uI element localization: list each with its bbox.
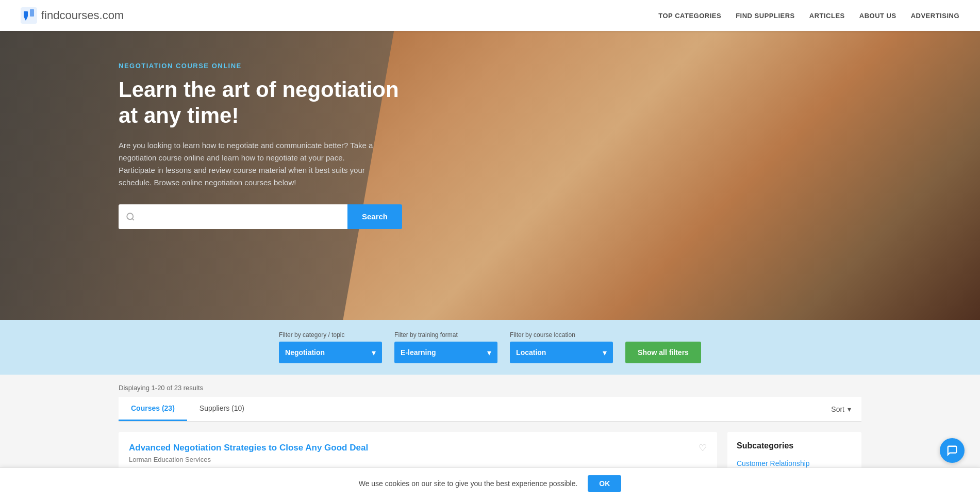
nav-top-categories[interactable]: TOP CATEGORIES [658,12,721,20]
course-provider: Lorman Education Services [129,456,707,463]
sort-button[interactable]: Sort ▾ [821,398,861,421]
nav-advertising[interactable]: ADVERTISING [911,12,959,20]
hero-content: NEGOTIATION COURSE ONLINE Learn the art … [0,31,402,229]
course-title-link[interactable]: Advanced Negotiation Strategies to Close… [129,443,368,453]
filter-category-label: Filter by category / topic [279,331,382,339]
search-input-wrap [119,204,347,229]
svg-rect-2 [30,9,34,17]
filter-location-select[interactable]: Location London Manchester Birmingham On… [510,342,613,363]
tab-courses[interactable]: Courses (23) [119,397,187,421]
logo[interactable]: findcourses.com [21,7,124,24]
svg-rect-1 [24,11,28,17]
filter-format-select-wrap: E-learning Classroom Blended Online In-c… [394,342,497,363]
filter-bar: Filter by category / topic Negotiation L… [0,320,980,375]
navbar: findcourses.com TOP CATEGORIES FIND SUPP… [0,0,980,31]
search-input[interactable] [119,204,347,229]
filter-location-group: Filter by course location Location Londo… [510,331,613,363]
nav-about-us[interactable]: ABOUT US [859,12,896,20]
subcategories-title: Subcategories [737,441,852,450]
sort-chevron-icon: ▾ [848,405,851,413]
nav-find-suppliers[interactable]: FIND SUPPLIERS [736,12,795,20]
logo-name: findcourses [41,9,99,22]
tabs-row: Courses (23) Suppliers (10) Sort ▾ [119,397,861,422]
cookie-text: We use cookies on our site to give you t… [359,479,578,488]
chat-bubble-button[interactable] [940,438,965,463]
chat-icon [946,445,958,456]
hero-section: NEGOTIATION COURSE ONLINE Learn the art … [0,31,980,320]
svg-rect-0 [21,7,37,24]
search-bar: Search [119,204,402,229]
svg-point-4 [127,213,133,219]
results-info: Displaying 1-20 of 23 results [119,375,861,397]
cookie-ok-button[interactable]: OK [588,475,621,492]
favorite-icon[interactable]: ♡ [699,442,707,454]
nav-articles[interactable]: ARTICLES [809,12,845,20]
filter-format-label: Filter by training format [394,331,497,339]
show-all-filters-button[interactable]: Show all filters [625,342,701,363]
hero-subtitle: NEGOTIATION COURSE ONLINE [119,62,402,70]
hero-description: Are you looking to learn how to negotiat… [119,139,376,189]
filter-format-select[interactable]: E-learning Classroom Blended Online In-c… [394,342,497,363]
filter-category-select-wrap: Negotiation Leadership Management Commun… [279,342,382,363]
filter-location-label: Filter by course location [510,331,613,339]
hero-title: Learn the art of negotiation at any time… [119,77,402,129]
filter-category-group: Filter by category / topic Negotiation L… [279,331,382,363]
filter-category-select[interactable]: Negotiation Leadership Management Commun… [279,342,382,363]
nav-links: TOP CATEGORIES FIND SUPPLIERS ARTICLES A… [658,11,959,20]
logo-icon [21,7,37,24]
search-icon [126,212,135,221]
logo-brand-text: findcourses.com [41,9,124,22]
filter-format-group: Filter by training format E-learning Cla… [394,331,497,363]
search-button[interactable]: Search [347,204,402,229]
tab-suppliers[interactable]: Suppliers (10) [187,397,257,421]
cookie-banner: We use cookies on our site to give you t… [0,468,980,498]
filter-location-select-wrap: Location London Manchester Birmingham On… [510,342,613,363]
sort-label: Sort [831,405,844,413]
logo-domain: .com [99,9,124,22]
svg-line-5 [132,218,134,220]
